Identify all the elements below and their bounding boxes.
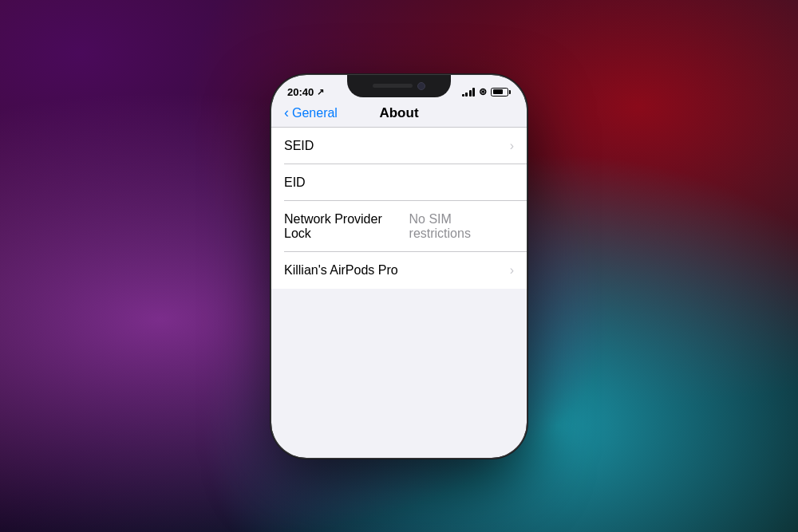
scene: 20:40 ↗ ⊛ xyxy=(0,0,798,532)
battery-fill xyxy=(493,89,504,94)
battery-icon xyxy=(491,88,511,97)
wifi-icon: ⊛ xyxy=(479,86,487,97)
phone-screen: 20:40 ↗ ⊛ xyxy=(271,75,527,458)
signal-icon xyxy=(462,88,476,97)
phone-shell: 20:40 ↗ ⊛ xyxy=(271,75,527,458)
seid-right: › xyxy=(510,139,514,153)
network-provider-lock-label: Network Provider Lock xyxy=(284,212,409,241)
list-item-airpods[interactable]: Killian's AirPods Pro › xyxy=(271,252,527,289)
page-title: About xyxy=(379,105,418,121)
settings-list: SEID › EID Network Provider Lock No SIM … xyxy=(271,128,527,289)
list-item-network-provider-lock[interactable]: Network Provider Lock No SIM restriction… xyxy=(271,201,527,252)
network-provider-lock-right: No SIM restrictions xyxy=(409,212,514,241)
bottom-gap xyxy=(271,289,527,301)
list-item-seid[interactable]: SEID › xyxy=(271,128,527,164)
airpods-label: Killian's AirPods Pro xyxy=(284,263,398,278)
back-label: General xyxy=(292,106,338,120)
eid-label: EID xyxy=(284,175,306,190)
location-arrow-icon: ↗ xyxy=(317,87,324,97)
notch xyxy=(347,75,451,97)
chevron-right-icon: › xyxy=(510,139,514,153)
chevron-right-icon-2: › xyxy=(510,263,514,278)
status-icons: ⊛ xyxy=(462,86,512,97)
battery-tip xyxy=(509,90,511,94)
front-camera xyxy=(417,82,425,90)
chevron-left-icon: ‹ xyxy=(284,105,289,120)
seid-label: SEID xyxy=(284,139,314,153)
battery-body xyxy=(491,88,508,97)
status-time-group: 20:40 ↗ xyxy=(287,86,324,98)
speaker xyxy=(373,84,413,88)
list-item-eid[interactable]: EID xyxy=(271,164,527,201)
network-provider-lock-value: No SIM restrictions xyxy=(409,212,514,241)
time-display: 20:40 xyxy=(287,86,314,98)
back-button[interactable]: ‹ General xyxy=(284,106,338,120)
navigation-bar: ‹ General About xyxy=(271,103,527,127)
airpods-right: › xyxy=(510,263,514,278)
